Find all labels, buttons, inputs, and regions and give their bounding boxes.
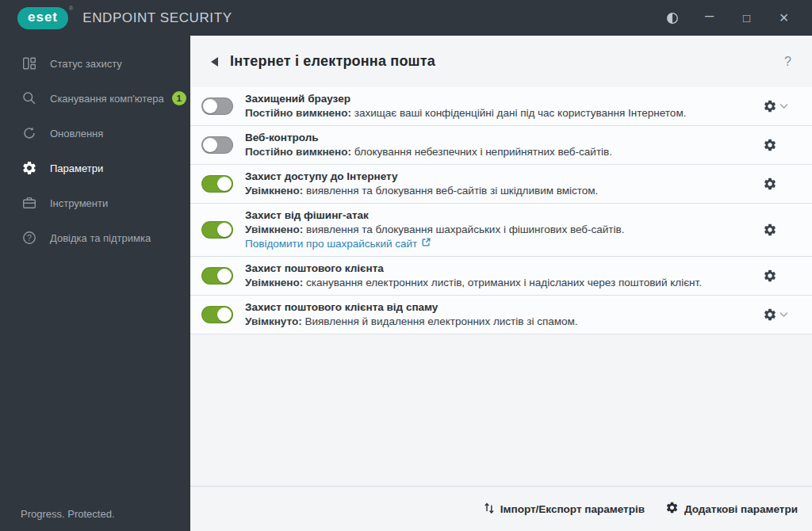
toggle-knob <box>203 138 217 152</box>
setting-description: Постійно вимкнено: блокування небезпечни… <box>245 145 612 159</box>
setting-description: Увімкнено: виявлення та блокування веб-с… <box>245 184 598 198</box>
external-link-icon <box>421 237 431 251</box>
page-title: Інтернет і електронна пошта <box>230 53 435 70</box>
eset-logo-text: eset <box>17 7 68 29</box>
maximize-button[interactable]: □ <box>728 0 765 36</box>
setting-text: Захист доступу до Інтернету Увімкнено: в… <box>245 170 598 198</box>
close-button[interactable]: × <box>765 0 802 36</box>
chevron-down-icon[interactable] <box>779 103 788 109</box>
sidebar-item-tools[interactable]: Інструменти <box>0 185 190 220</box>
sidebar-item-update[interactable]: Оновлення <box>0 116 190 151</box>
gear-icon[interactable] <box>763 99 777 113</box>
setting-description: Постійно вимкнено: захищає ваші конфіден… <box>245 106 686 120</box>
advanced-setup-button[interactable]: Додаткові параметри <box>665 501 798 517</box>
empty-area <box>190 334 812 486</box>
scan-count-badge: 1 <box>172 91 186 105</box>
main-panel: Інтернет і електронна пошта ? Захищений … <box>190 36 812 531</box>
import-export-arrows-icon <box>484 502 495 516</box>
setting-text: Захищений браузер Постійно вимкнено: зах… <box>245 92 686 120</box>
setting-row-web-control: Веб-контроль Постійно вимкнено: блокуван… <box>190 126 812 165</box>
back-button[interactable] <box>211 57 218 67</box>
minimize-button[interactable]: – <box>691 0 728 36</box>
setting-row-secure-browser: Захищений браузер Постійно вимкнено: зах… <box>190 87 812 126</box>
row-actions <box>763 269 788 283</box>
eset-endpoint-security-window: eset® ENDPOINT SECURITY – □ × Статус зах… <box>0 0 812 531</box>
settings-list: Захищений браузер Постійно вимкнено: зах… <box>190 87 812 334</box>
help-question-icon[interactable]: ? <box>784 55 791 69</box>
gear-icon[interactable] <box>763 138 777 152</box>
setting-title: Захищений браузер <box>245 92 686 106</box>
toggle-knob <box>217 223 232 237</box>
title-bar: eset® ENDPOINT SECURITY – □ × <box>0 0 812 36</box>
sidebar-item-label: Параметри <box>50 162 103 174</box>
sidebar: Статус захисту Сканування комп'ютера 1 О… <box>0 36 190 531</box>
svg-text:?: ? <box>27 233 32 243</box>
row-actions <box>763 177 788 191</box>
product-title: ENDPOINT SECURITY <box>82 10 232 26</box>
sidebar-item-label: Статус захисту <box>50 58 122 70</box>
gear-icon[interactable] <box>763 308 777 322</box>
registered-trademark: ® <box>69 6 73 11</box>
antispam-toggle[interactable] <box>201 306 233 323</box>
setting-text: Захист поштового клієнта від спаму Увімк… <box>245 300 578 329</box>
setting-description: Увімкнено: виявлення та блокування шахра… <box>245 223 624 237</box>
toggle-knob <box>217 177 232 191</box>
setting-description: Увімкнуто: Виявлення й видалення електро… <box>245 315 578 329</box>
row-actions <box>763 308 788 322</box>
gear-icon[interactable] <box>763 177 777 191</box>
report-phishing-site-link[interactable]: Повідомити про шахрайський сайт <box>245 237 431 251</box>
secure-browser-toggle[interactable] <box>201 97 233 115</box>
setting-text: Захист від фішинг-атак Увімкнено: виявле… <box>245 208 624 251</box>
setting-title: Веб-контроль <box>245 131 612 145</box>
tools-icon <box>21 195 37 212</box>
contrast-theme-icon[interactable] <box>653 0 691 36</box>
window-controls: – □ × <box>653 0 812 36</box>
help-icon: ? <box>21 230 37 246</box>
email-client-protection-toggle[interactable] <box>201 267 233 285</box>
sidebar-item-label: Довідка та підтримка <box>50 232 151 244</box>
toggle-knob <box>203 99 217 113</box>
sidebar-item-protection-status[interactable]: Статус захисту <box>0 46 190 81</box>
sidebar-item-label: Сканування комп'ютера <box>50 93 164 105</box>
gear-icon[interactable] <box>763 269 777 283</box>
setting-title: Захист доступу до Інтернету <box>245 170 598 184</box>
setting-text: Захист поштового клієнта Увімкнено: скан… <box>245 262 702 290</box>
setting-text: Веб-контроль Постійно вимкнено: блокуван… <box>245 131 612 159</box>
antiphishing-toggle[interactable] <box>201 221 233 239</box>
gear-outline-icon <box>665 501 679 517</box>
toggle-knob <box>217 308 232 322</box>
sidebar-item-help-support[interactable]: ? Довідка та підтримка <box>0 220 190 255</box>
protection-status-icon <box>21 55 37 72</box>
setting-row-antiphishing: Захист від фішинг-атак Увімкнено: виявле… <box>190 204 812 257</box>
settings-icon <box>21 160 37 177</box>
sidebar-item-label: Оновлення <box>50 128 103 139</box>
import-export-settings-button[interactable]: Імпорт/Експорт параметрів <box>484 502 645 516</box>
footer-toolbar: Імпорт/Експорт параметрів Додаткові пара… <box>190 486 812 531</box>
setting-row-email-client-protection: Захист поштового клієнта Увімкнено: скан… <box>190 257 812 296</box>
setting-row-web-access-protection: Захист доступу до Інтернету Увімкнено: в… <box>190 165 812 204</box>
update-icon <box>21 125 37 142</box>
sidebar-item-label: Інструменти <box>50 197 108 209</box>
chevron-down-icon[interactable] <box>779 311 788 318</box>
toggle-knob <box>217 269 232 283</box>
web-control-toggle[interactable] <box>201 136 233 154</box>
web-access-protection-toggle[interactable] <box>201 175 233 193</box>
page-header: Інтернет і електронна пошта ? <box>190 36 812 87</box>
setting-title: Захист поштового клієнта <box>245 262 702 276</box>
setting-title: Захист від фішинг-атак <box>245 208 624 223</box>
brand-slogan: Progress. Protected. <box>0 508 190 531</box>
setting-row-antispam: Захист поштового клієнта від спаму Увімк… <box>190 296 812 334</box>
eset-logo: eset® <box>17 7 72 29</box>
setting-description: Увімкнено: сканування електронних листів… <box>245 276 702 290</box>
computer-scan-icon <box>21 90 37 107</box>
sidebar-item-setup[interactable]: Параметри <box>0 151 190 185</box>
sidebar-item-computer-scan[interactable]: Сканування комп'ютера 1 <box>0 81 190 116</box>
gear-icon[interactable] <box>763 223 777 237</box>
setting-title: Захист поштового клієнта від спаму <box>245 300 578 315</box>
row-actions <box>763 138 788 152</box>
row-actions <box>763 223 788 237</box>
row-actions <box>763 99 788 113</box>
